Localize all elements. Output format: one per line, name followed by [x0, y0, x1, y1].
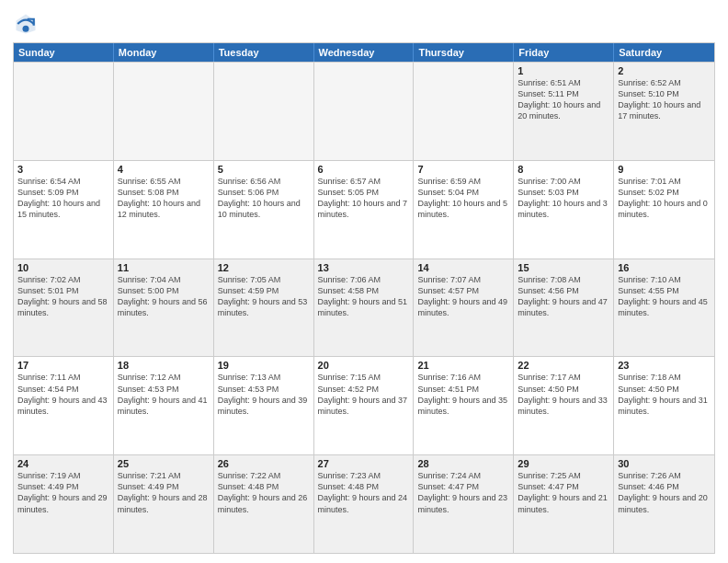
cal-cell: [114, 63, 214, 160]
day-number: 13: [318, 262, 410, 273]
cal-cell: 2Sunrise: 6:52 AM Sunset: 5:10 PM Daylig…: [614, 63, 714, 160]
day-info: Sunrise: 6:56 AM Sunset: 5:06 PM Dayligh…: [218, 176, 310, 221]
day-info: Sunrise: 7:05 AM Sunset: 4:59 PM Dayligh…: [218, 274, 310, 319]
calendar-body: 1Sunrise: 6:51 AM Sunset: 5:11 PM Daylig…: [14, 62, 714, 553]
cal-cell: 4Sunrise: 6:55 AM Sunset: 5:08 PM Daylig…: [114, 161, 214, 259]
day-number: 29: [518, 458, 609, 469]
calendar-header: SundayMondayTuesdayWednesdayThursdayFrid…: [14, 43, 714, 62]
day-info: Sunrise: 7:07 AM Sunset: 4:57 PM Dayligh…: [417, 274, 509, 319]
header-day-monday: Monday: [114, 43, 214, 62]
cal-cell: 27Sunrise: 7:23 AM Sunset: 4:48 PM Dayli…: [314, 455, 415, 553]
day-number: 23: [618, 360, 711, 371]
header-day-thursday: Thursday: [414, 43, 514, 62]
day-info: Sunrise: 6:51 AM Sunset: 5:11 PM Dayligh…: [518, 77, 609, 122]
day-info: Sunrise: 7:26 AM Sunset: 4:46 PM Dayligh…: [618, 470, 711, 515]
week-row-2: 3Sunrise: 6:54 AM Sunset: 5:09 PM Daylig…: [14, 160, 714, 259]
day-number: 2: [618, 65, 711, 76]
cal-cell: 10Sunrise: 7:02 AM Sunset: 5:01 PM Dayli…: [14, 259, 114, 357]
day-info: Sunrise: 7:12 AM Sunset: 4:53 PM Dayligh…: [118, 372, 210, 417]
day-number: 7: [417, 164, 509, 175]
day-number: 5: [218, 164, 310, 175]
day-info: Sunrise: 7:17 AM Sunset: 4:50 PM Dayligh…: [518, 372, 609, 417]
cal-cell: 5Sunrise: 6:56 AM Sunset: 5:06 PM Daylig…: [214, 161, 314, 259]
day-info: Sunrise: 7:23 AM Sunset: 4:48 PM Dayligh…: [318, 470, 410, 515]
cal-cell: 25Sunrise: 7:21 AM Sunset: 4:49 PM Dayli…: [114, 455, 214, 553]
cal-cell: 18Sunrise: 7:12 AM Sunset: 4:53 PM Dayli…: [114, 357, 214, 454]
day-number: 3: [17, 164, 109, 175]
calendar: SundayMondayTuesdayWednesdayThursdayFrid…: [13, 42, 715, 554]
day-info: Sunrise: 7:25 AM Sunset: 4:47 PM Dayligh…: [518, 470, 609, 515]
day-info: Sunrise: 7:15 AM Sunset: 4:52 PM Dayligh…: [318, 372, 410, 417]
cal-cell: 29Sunrise: 7:25 AM Sunset: 4:47 PM Dayli…: [514, 455, 614, 553]
cal-cell: 3Sunrise: 6:54 AM Sunset: 5:09 PM Daylig…: [14, 161, 114, 259]
day-number: 1: [518, 65, 609, 76]
day-number: 19: [218, 360, 310, 371]
cal-cell: 22Sunrise: 7:17 AM Sunset: 4:50 PM Dayli…: [514, 357, 614, 454]
day-number: 22: [518, 360, 609, 371]
cal-cell: 13Sunrise: 7:06 AM Sunset: 4:58 PM Dayli…: [314, 259, 415, 357]
day-number: 15: [518, 262, 609, 273]
header: [13, 11, 715, 37]
cal-cell: 8Sunrise: 7:00 AM Sunset: 5:03 PM Daylig…: [514, 161, 614, 259]
day-number: 30: [618, 458, 711, 469]
day-info: Sunrise: 6:57 AM Sunset: 5:05 PM Dayligh…: [318, 176, 410, 221]
week-row-3: 10Sunrise: 7:02 AM Sunset: 5:01 PM Dayli…: [14, 259, 714, 357]
day-info: Sunrise: 7:01 AM Sunset: 5:02 PM Dayligh…: [618, 176, 711, 221]
day-info: Sunrise: 7:11 AM Sunset: 4:54 PM Dayligh…: [17, 372, 109, 417]
cal-cell: [414, 63, 514, 160]
cal-cell: [214, 63, 314, 160]
day-info: Sunrise: 7:18 AM Sunset: 4:50 PM Dayligh…: [618, 372, 711, 417]
day-number: 16: [618, 262, 711, 273]
header-day-wednesday: Wednesday: [314, 43, 415, 62]
day-info: Sunrise: 7:16 AM Sunset: 4:51 PM Dayligh…: [417, 372, 509, 417]
day-number: 4: [118, 164, 210, 175]
day-number: 20: [318, 360, 410, 371]
cal-cell: 24Sunrise: 7:19 AM Sunset: 4:49 PM Dayli…: [14, 455, 114, 553]
day-info: Sunrise: 7:08 AM Sunset: 4:56 PM Dayligh…: [518, 274, 609, 319]
day-info: Sunrise: 7:19 AM Sunset: 4:49 PM Dayligh…: [17, 470, 109, 515]
cal-cell: 21Sunrise: 7:16 AM Sunset: 4:51 PM Dayli…: [414, 357, 514, 454]
logo: [13, 11, 42, 37]
day-info: Sunrise: 7:10 AM Sunset: 4:55 PM Dayligh…: [618, 274, 711, 319]
day-info: Sunrise: 6:52 AM Sunset: 5:10 PM Dayligh…: [618, 77, 711, 122]
day-info: Sunrise: 7:00 AM Sunset: 5:03 PM Dayligh…: [518, 176, 609, 221]
cal-cell: 9Sunrise: 7:01 AM Sunset: 5:02 PM Daylig…: [614, 161, 714, 259]
day-number: 17: [17, 360, 109, 371]
cal-cell: [14, 63, 114, 160]
header-day-tuesday: Tuesday: [214, 43, 314, 62]
svg-point-2: [23, 26, 29, 32]
week-row-1: 1Sunrise: 6:51 AM Sunset: 5:11 PM Daylig…: [14, 62, 714, 160]
cal-cell: 16Sunrise: 7:10 AM Sunset: 4:55 PM Dayli…: [614, 259, 714, 357]
day-info: Sunrise: 7:24 AM Sunset: 4:47 PM Dayligh…: [417, 470, 509, 515]
day-number: 26: [218, 458, 310, 469]
day-number: 21: [417, 360, 509, 371]
day-number: 10: [17, 262, 109, 273]
cal-cell: 6Sunrise: 6:57 AM Sunset: 5:05 PM Daylig…: [314, 161, 415, 259]
week-row-5: 24Sunrise: 7:19 AM Sunset: 4:49 PM Dayli…: [14, 454, 714, 553]
cal-cell: 14Sunrise: 7:07 AM Sunset: 4:57 PM Dayli…: [414, 259, 514, 357]
cal-cell: 28Sunrise: 7:24 AM Sunset: 4:47 PM Dayli…: [414, 455, 514, 553]
cal-cell: 30Sunrise: 7:26 AM Sunset: 4:46 PM Dayli…: [614, 455, 714, 553]
cal-cell: 15Sunrise: 7:08 AM Sunset: 4:56 PM Dayli…: [514, 259, 614, 357]
day-info: Sunrise: 6:55 AM Sunset: 5:08 PM Dayligh…: [118, 176, 210, 221]
day-info: Sunrise: 6:54 AM Sunset: 5:09 PM Dayligh…: [17, 176, 109, 221]
cal-cell: 7Sunrise: 6:59 AM Sunset: 5:04 PM Daylig…: [414, 161, 514, 259]
day-info: Sunrise: 7:13 AM Sunset: 4:53 PM Dayligh…: [218, 372, 310, 417]
cal-cell: 12Sunrise: 7:05 AM Sunset: 4:59 PM Dayli…: [214, 259, 314, 357]
week-row-4: 17Sunrise: 7:11 AM Sunset: 4:54 PM Dayli…: [14, 356, 714, 454]
cal-cell: 1Sunrise: 6:51 AM Sunset: 5:11 PM Daylig…: [514, 63, 614, 160]
cal-cell: [314, 63, 415, 160]
header-day-saturday: Saturday: [614, 43, 714, 62]
day-number: 28: [417, 458, 509, 469]
cal-cell: 19Sunrise: 7:13 AM Sunset: 4:53 PM Dayli…: [214, 357, 314, 454]
day-number: 25: [118, 458, 210, 469]
logo-icon: [13, 11, 39, 37]
cal-cell: 11Sunrise: 7:04 AM Sunset: 5:00 PM Dayli…: [114, 259, 214, 357]
day-number: 27: [318, 458, 410, 469]
day-number: 6: [318, 164, 410, 175]
day-info: Sunrise: 7:02 AM Sunset: 5:01 PM Dayligh…: [17, 274, 109, 319]
day-number: 12: [218, 262, 310, 273]
day-info: Sunrise: 7:22 AM Sunset: 4:48 PM Dayligh…: [218, 470, 310, 515]
day-number: 24: [17, 458, 109, 469]
day-info: Sunrise: 6:59 AM Sunset: 5:04 PM Dayligh…: [417, 176, 509, 221]
